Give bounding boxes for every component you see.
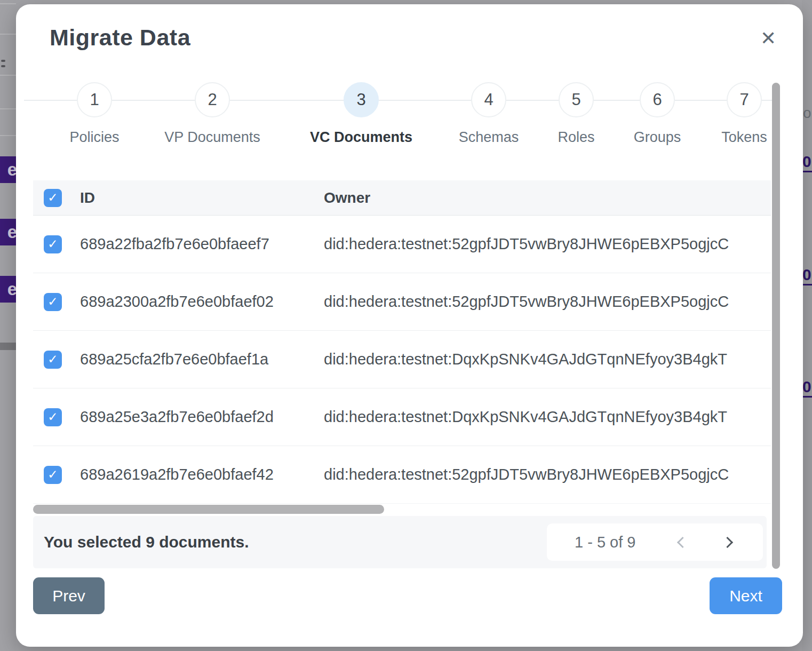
step-label: VC Documents [308,129,415,146]
pagination-prev-button[interactable] [666,526,698,558]
stepper-step-tokens[interactable]: 7 Tokens [691,82,798,146]
stepper-step-vp-documents[interactable]: 2 VP Documents [159,82,266,146]
step-label: Policies [41,129,148,146]
pagination-next-button[interactable] [711,526,743,558]
chevron-right-icon [722,536,733,547]
background-row-divider [0,75,16,76]
checkmark-icon: ✓ [47,237,58,251]
step-label: Tokens [691,129,798,146]
row-owner-cell: did:hedera:testnet:DqxKpSNKv4GAJdGTqnNEf… [324,351,771,368]
step-number-circle[interactable]: 4 [471,82,506,117]
checkmark-icon: ✓ [47,467,58,482]
table-footer-bar: You selected 9 documents. 1 - 5 of 9 [33,516,767,568]
step-number-circle[interactable]: 5 [559,82,594,117]
checkmark-icon: ✓ [47,295,58,309]
column-header-owner[interactable]: Owner [324,189,771,207]
horizontal-scrollbar-thumb[interactable] [33,505,384,514]
background-page-left: e e e [0,0,16,651]
background-row-divider [0,3,16,4]
row-checkbox[interactable]: ✓ [44,235,62,253]
background-row-divider [0,34,16,35]
table-row: ✓ 689a25e3a2fb7e6e0bfaef2d did:hedera:te… [33,388,771,446]
select-all-checkbox[interactable]: ✓ [44,189,62,207]
background-dark-bar [0,343,16,350]
step-number-circle[interactable]: 7 [727,82,762,117]
background-purple-badge: e [0,276,16,303]
step-label: VP Documents [159,129,266,146]
row-owner-cell: did:hedera:testnet:52gpfJDT5vwBry8JHWE6p… [324,466,771,483]
column-header-id[interactable]: ID [80,189,324,207]
table-header-row: ✓ ID Owner [33,180,771,216]
next-button[interactable]: Next [710,577,782,614]
table-row: ✓ 689a25cfa2fb7e6e0bfaef1a did:hedera:te… [33,331,771,388]
stepper-step-policies[interactable]: 1 Policies [41,82,148,146]
row-checkbox[interactable]: ✓ [44,466,62,484]
selection-summary: You selected 9 documents. [44,533,249,551]
background-link-fragment: 0. [802,154,812,172]
checkmark-icon: ✓ [47,410,58,424]
background-link-fragment: 0. [802,267,812,285]
pagination-control: 1 - 5 of 9 [547,523,763,561]
pagination-range-label: 1 - 5 of 9 [575,534,635,551]
documents-table: ✓ ID Owner ✓ 689a22fba2fb7e6e0bfaeef7 di… [33,180,771,504]
background-row-divider [0,108,16,109]
background-text-fragment [1,60,5,62]
background-purple-badge: e [0,219,16,245]
row-id-cell: 689a2300a2fb7e6e0bfaef02 [80,293,324,311]
row-checkbox[interactable]: ✓ [44,351,62,369]
row-checkbox[interactable]: ✓ [44,408,62,426]
background-link-fragment: 0. [802,379,812,398]
step-number-circle[interactable]: 3 [344,82,379,117]
badge-text-fragment: e [7,160,16,180]
row-checkbox[interactable]: ✓ [44,293,62,311]
row-owner-cell: did:hedera:testnet:52gpfJDT5vwBry8JHWE6p… [324,293,771,311]
prev-button[interactable]: Prev [33,577,105,614]
table-row: ✓ 689a2619a2fb7e6e0bfaef42 did:hedera:te… [33,446,771,504]
row-owner-cell: did:hedera:testnet:52gpfJDT5vwBry8JHWE6p… [324,235,771,253]
row-id-cell: 689a25e3a2fb7e6e0bfaef2d [80,408,324,426]
background-page-right: o 0. 0. 0. [802,0,812,651]
step-number-circle[interactable]: 2 [195,82,230,117]
step-number-circle[interactable]: 6 [640,82,675,117]
step-number-circle[interactable]: 1 [77,82,112,117]
vertical-scrollbar-thumb[interactable] [772,83,780,569]
stepper-step-vc-documents[interactable]: 3 VC Documents [308,82,415,146]
badge-text-fragment: e [7,222,16,242]
close-icon[interactable]: ✕ [753,23,783,53]
badge-text-fragment: e [7,279,16,299]
row-id-cell: 689a22fba2fb7e6e0bfaeef7 [80,235,324,253]
row-id-cell: 689a2619a2fb7e6e0bfaef42 [80,466,324,483]
row-owner-cell: did:hedera:testnet:DqxKpSNKv4GAJdGTqnNEf… [324,408,771,426]
chevron-left-icon [677,536,688,547]
row-id-cell: 689a25cfa2fb7e6e0bfaef1a [80,351,324,368]
background-purple-badge: e [0,156,16,183]
checkmark-icon: ✓ [47,352,58,367]
table-row: ✓ 689a22fba2fb7e6e0bfaeef7 did:hedera:te… [33,216,771,273]
background-text-fragment [1,65,5,67]
background-text-fragment: o [803,105,811,122]
table-row: ✓ 689a2300a2fb7e6e0bfaef02 did:hedera:te… [33,273,771,331]
background-row-divider [0,135,16,136]
modal-title: Migrate Data [50,25,190,51]
checkmark-icon: ✓ [47,190,58,205]
migrate-data-modal: Migrate Data ✕ 1 Policies 2 VP Documents… [16,4,803,647]
